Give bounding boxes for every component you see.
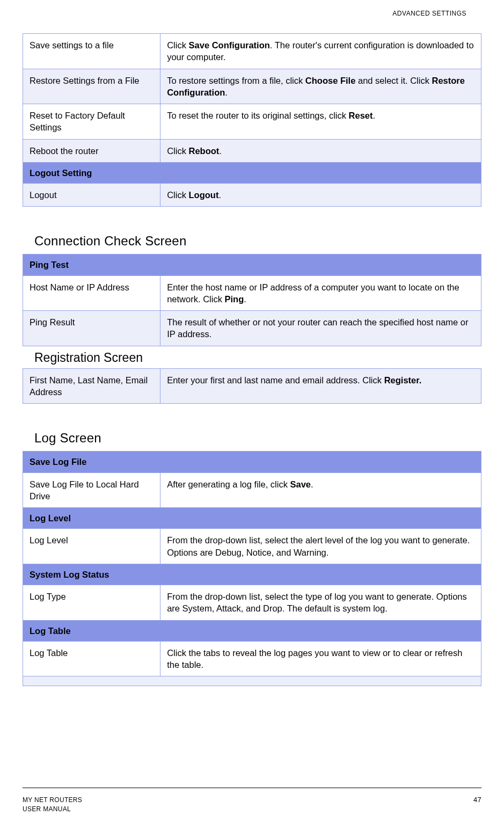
- heading-registration: Registration Screen: [34, 351, 481, 365]
- table-row: Reboot the router Click Reboot.: [23, 139, 481, 162]
- cell-desc: Enter your first and last name and email…: [160, 368, 481, 404]
- cell-desc: Click Reboot.: [160, 139, 481, 162]
- cell-desc: Enter the host name or IP address of a c…: [160, 275, 481, 311]
- section-header-row: Save Log File: [23, 452, 481, 472]
- cell-label: Reset to Factory Default Settings: [23, 104, 160, 140]
- cell-label: Save Log File to Local Hard Drive: [23, 472, 160, 508]
- text: and select it. Click: [355, 76, 432, 85]
- cell-desc: The result of whether or not your router…: [160, 311, 481, 346]
- table-row: Log Type From the drop-down list, select…: [23, 585, 481, 621]
- text: .: [311, 479, 313, 489]
- text: The result of whether or not your router…: [167, 317, 468, 339]
- bold-text: Save: [290, 479, 311, 489]
- table-row: Reset to Factory Default Settings To res…: [23, 104, 481, 140]
- section-header-cell: Log Level: [23, 508, 481, 529]
- footer-content: MY NET ROUTERS USER MANUAL 47: [23, 796, 481, 814]
- cell-desc: Click the tabs to reveal the log pages y…: [160, 641, 481, 676]
- table-row: Save Log File to Local Hard Drive After …: [23, 472, 481, 508]
- table-row: Save settings to a file Click Save Confi…: [23, 34, 481, 69]
- footer-separator: [23, 788, 481, 788]
- cell-label: Restore Settings from a File: [23, 69, 160, 104]
- cell-label: Log Table: [23, 641, 160, 676]
- cell-label: Reboot the router: [23, 139, 160, 162]
- cell-desc: To reset the router to its original sett…: [160, 104, 481, 140]
- cell-desc: From the drop-down list, select the type…: [160, 585, 481, 621]
- bold-text: Reboot: [189, 146, 220, 156]
- table-row: Restore Settings from a File To restore …: [23, 69, 481, 104]
- heading-connection-check: Connection Check Screen: [34, 234, 481, 249]
- cell-desc: After generating a log file, click Save.: [160, 472, 481, 508]
- section-header-row: System Log Status: [23, 564, 481, 585]
- table-row: Log Level From the drop-down list, selec…: [23, 529, 481, 564]
- page-number: 47: [473, 796, 481, 804]
- spacer-cell: [23, 676, 481, 686]
- section-header-cell: Ping Test: [23, 254, 481, 275]
- section-header-row: Logout Setting: [23, 162, 481, 183]
- section-header-cell: Save Log File: [23, 452, 481, 472]
- cell-label: Log Level: [23, 529, 160, 564]
- bold-text: Logout: [189, 190, 219, 200]
- footer-product: MY NET ROUTERS: [23, 796, 82, 805]
- table-row: Host Name or IP Address Enter the host n…: [23, 275, 481, 311]
- section-header-cell: Log Table: [23, 620, 481, 641]
- section-header-row: Log Table: [23, 620, 481, 641]
- text: To restore settings from a file, click: [167, 76, 305, 85]
- page-header: ADVANCED SETTINGS: [0, 0, 504, 17]
- text: .: [219, 146, 222, 156]
- table-row: Log Table Click the tabs to reveal the l…: [23, 641, 481, 676]
- footer-left: MY NET ROUTERS USER MANUAL: [23, 796, 82, 814]
- cell-label: Host Name or IP Address: [23, 275, 160, 311]
- cell-label: Save settings to a file: [23, 34, 160, 69]
- cell-label: Ping Result: [23, 311, 160, 346]
- bold-text: Save Configuration: [189, 40, 270, 50]
- text: Enter the host name or IP address of a c…: [167, 282, 459, 304]
- text: .: [225, 88, 228, 97]
- registration-table: First Name, Last Name, Email Address Ent…: [23, 368, 481, 404]
- table-row: Ping Result The result of whether or not…: [23, 311, 481, 346]
- section-header-row: Ping Test: [23, 254, 481, 275]
- cell-desc: Click Save Configuration. The router's c…: [160, 34, 481, 69]
- header-title: ADVANCED SETTINGS: [392, 10, 466, 17]
- content-area: Save settings to a file Click Save Confi…: [0, 33, 504, 686]
- cell-label: Logout: [23, 184, 160, 207]
- text: .: [244, 294, 246, 304]
- log-screen-table: Save Log File Save Log File to Local Har…: [23, 451, 481, 686]
- section-header-row: Log Level: [23, 508, 481, 529]
- table-row: First Name, Last Name, Email Address Ent…: [23, 368, 481, 404]
- page-footer: MY NET ROUTERS USER MANUAL 47: [23, 788, 481, 814]
- cell-label: Log Type: [23, 585, 160, 621]
- bold-text: Reset: [349, 111, 373, 120]
- connection-check-table: Ping Test Host Name or IP Address Enter …: [23, 254, 481, 346]
- footer-doc-type: USER MANUAL: [23, 805, 82, 814]
- text: After generating a log file, click: [167, 479, 290, 489]
- settings-table: Save settings to a file Click Save Confi…: [23, 33, 481, 207]
- text: .: [218, 190, 221, 200]
- spacer-row: [23, 676, 481, 686]
- text: To reset the router to its original sett…: [167, 111, 348, 120]
- bold-text: Choose File: [305, 76, 356, 85]
- text: Click: [167, 146, 188, 156]
- cell-desc: To restore settings from a file, click C…: [160, 69, 481, 104]
- text: Click: [167, 190, 188, 200]
- table-row: Logout Click Logout.: [23, 184, 481, 207]
- text: Enter your first and last name and email…: [167, 375, 384, 385]
- heading-log-screen: Log Screen: [34, 431, 481, 446]
- bold-text: Register.: [384, 375, 422, 385]
- text: Click: [167, 40, 188, 50]
- bold-text: Ping: [224, 294, 244, 304]
- text: .: [373, 111, 376, 120]
- section-header-cell: System Log Status: [23, 564, 481, 585]
- cell-desc: Click Logout.: [160, 184, 481, 207]
- cell-label: First Name, Last Name, Email Address: [23, 368, 160, 404]
- section-header-cell: Logout Setting: [23, 162, 481, 183]
- cell-desc: From the drop-down list, select the aler…: [160, 529, 481, 564]
